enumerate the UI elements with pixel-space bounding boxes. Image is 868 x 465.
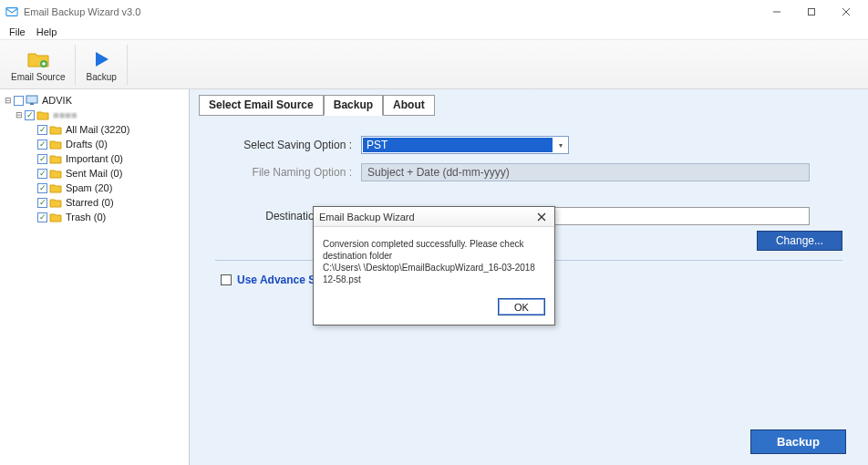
window-title: Email Backup Wizard v3.0 [24,6,768,17]
tree-item[interactable]: Starred (0) [2,195,187,210]
tree-root[interactable]: ⊟ ADVIK [2,93,187,108]
tree-item[interactable]: Drafts (0) [2,137,187,151]
ok-button[interactable]: OK [498,298,545,315]
tab-strip: Select Email Source Backup About [190,89,868,116]
play-icon [89,47,113,71]
folder-email-icon [26,47,50,71]
collapse-icon[interactable]: ⊟ [15,110,23,119]
tree-item-label: All Mail (3220) [64,124,129,135]
tree-item-label: Important (0) [64,153,123,164]
folder-icon [49,168,62,179]
checkbox[interactable] [37,169,47,179]
svg-marker-6 [96,52,108,67]
tree-account-label: ■■■■ [51,109,78,120]
tab-select-source[interactable]: Select Email Source [199,95,324,116]
checkbox[interactable] [37,154,47,164]
naming-option-row: File Naming Option : Subject + Date (dd-… [215,163,842,181]
toolbar-separator-2 [127,45,128,85]
checkbox[interactable] [37,198,47,208]
folder-icon [49,182,62,193]
window-controls [768,3,863,21]
tab-about[interactable]: About [383,95,435,116]
checkbox[interactable] [37,125,47,135]
folder-icon [49,139,62,150]
checkbox[interactable] [14,96,24,106]
svg-rect-2 [809,9,815,16]
window-titlebar: Email Backup Wizard v3.0 [0,0,868,24]
toolbar-separator [75,45,76,85]
folder-icon [49,124,62,135]
email-source-label: Email Source [11,72,65,82]
tree-item[interactable]: Sent Mail (0) [2,166,187,181]
svg-rect-8 [30,103,34,105]
tree-account[interactable]: ⊟ ■■■■ [2,108,187,122]
folder-icon [49,212,62,222]
tree-item[interactable]: Important (0) [2,151,187,166]
tree-item-label: Sent Mail (0) [64,168,122,179]
saving-option-label: Select Saving Option : [215,139,361,151]
minimize-button[interactable] [768,3,786,21]
tree-root-label: ADVIK [40,95,72,106]
checkbox[interactable] [25,110,35,120]
tree-item-label: Starred (0) [64,197,114,208]
email-source-button[interactable]: Email Source [5,45,70,85]
folder-icon [49,153,62,164]
tree-item-label: Drafts (0) [64,139,108,150]
naming-option-label: File Naming Option : [215,166,361,179]
svg-rect-7 [26,96,37,103]
dialog-footer: OK [314,293,554,325]
advance-checkbox[interactable] [221,274,232,285]
app-icon [5,5,18,18]
dialog-close-button[interactable] [534,210,549,224]
tree-item-label: Trash (0) [64,212,106,222]
svg-rect-0 [6,8,17,16]
folder-tree: ⊟ ADVIK ⊟ ■■■■ All Mail (3220) [2,93,187,224]
folder-icon [36,109,49,120]
tree-item-label: Spam (20) [64,182,112,193]
saving-option-select[interactable]: PST ▾ [361,136,569,154]
tab-backup[interactable]: Backup [324,95,383,116]
checkbox[interactable] [37,140,47,150]
backup-button[interactable]: Backup [750,429,846,454]
sidebar: ⊟ ADVIK ⊟ ■■■■ All Mail (3220) [0,89,190,465]
checkbox[interactable] [37,183,47,193]
naming-option-select[interactable]: Subject + Date (dd-mm-yyyy) [361,163,810,181]
monitor-icon [26,95,38,106]
menu-help[interactable]: Help [31,25,63,39]
dialog-titlebar: Email Backup Wizard [314,207,554,227]
backup-toolbar-label: Backup [86,72,116,82]
tree-item[interactable]: Spam (20) [2,181,187,195]
saving-option-value: PST [363,138,553,152]
tree-item[interactable]: All Mail (3220) [2,122,187,137]
collapse-icon[interactable]: ⊟ [4,96,12,105]
maximize-button[interactable] [802,3,821,21]
naming-option-value: Subject + Date (dd-mm-yyyy) [367,166,510,179]
backup-button-toolbar[interactable]: Backup [80,45,121,85]
folder-icon [49,197,62,208]
dialog-title: Email Backup Wizard [319,212,534,222]
close-button[interactable] [837,3,855,21]
dialog-message-line2: C:\Users\ \Desktop\EmailBackupWizard_16-… [323,262,545,285]
dialog-body: Conversion completed successfully. Pleas… [314,227,554,293]
toolbar: Email Source Backup [0,40,868,89]
change-button[interactable]: Change... [757,231,842,251]
chevron-down-icon: ▾ [553,141,568,150]
checkbox[interactable] [37,212,47,222]
menubar: File Help [0,24,868,40]
menu-file[interactable]: File [4,25,31,39]
tree-item[interactable]: Trash (0) [2,210,187,224]
dialog-message-line1: Conversion completed successfully. Pleas… [323,238,545,262]
completion-dialog: Email Backup Wizard Conversion completed… [313,206,555,326]
saving-option-row: Select Saving Option : PST ▾ [215,136,842,154]
